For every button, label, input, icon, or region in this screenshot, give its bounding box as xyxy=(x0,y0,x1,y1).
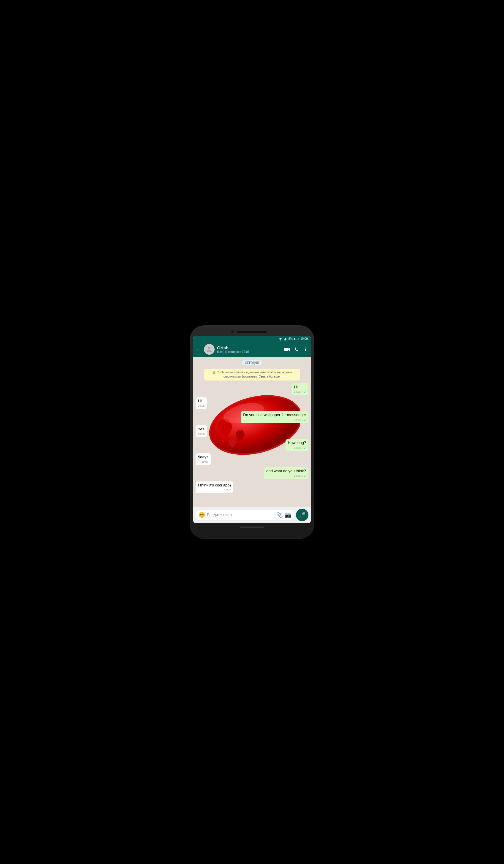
voice-call-icon[interactable] xyxy=(294,347,299,352)
bubble-out: How long? 19:06 ✓✓ xyxy=(286,439,308,451)
svg-rect-1 xyxy=(284,339,284,340)
check-marks: ✓✓ xyxy=(301,418,306,422)
message-text: I think it's cool app) xyxy=(198,483,231,487)
message-text: Do you use wallpaper for messenger xyxy=(243,412,306,417)
svg-rect-2 xyxy=(284,339,285,340)
message-row: How long? 19:06 ✓✓ xyxy=(196,439,308,451)
mic-icon: 🎤 xyxy=(299,512,305,518)
check-marks: ✓✓ xyxy=(301,474,306,478)
svg-rect-9 xyxy=(284,348,288,351)
wifi-icon xyxy=(278,337,283,340)
bubble-out: and what do you think? 19:06 ✓✓ xyxy=(264,467,308,479)
message-text: and what do you think? xyxy=(266,469,306,473)
signal-icon xyxy=(284,337,287,340)
bubble-meta: 19:06 ✓✓ xyxy=(288,446,306,450)
phone-bottom xyxy=(193,523,311,532)
bubble-in: 5days 19:06 xyxy=(196,453,211,465)
message-text: 5days xyxy=(198,455,208,459)
bubble-in: Hi 19:05 xyxy=(196,397,207,409)
input-bar: 😊 📎 📷 🎤 xyxy=(193,507,311,523)
contact-name: Grish xyxy=(217,345,282,350)
check-marks: ✓✓ xyxy=(301,446,306,450)
svg-point-8 xyxy=(208,347,211,349)
message-time: 19:06 xyxy=(202,460,208,464)
message-time: 19:05 xyxy=(294,390,301,394)
status-bar: 8% 19:09 xyxy=(193,336,311,342)
phone-device: 8% 19:09 ← Grish был(-а) с xyxy=(190,325,314,539)
message-row: I think it's cool app) 19:07 xyxy=(196,481,308,493)
message-text: Hi xyxy=(198,399,202,403)
message-row: Hi 19:05 ✓✓ xyxy=(196,383,308,395)
message-time: 19:07 xyxy=(224,489,231,492)
bubble-meta: 19:07 xyxy=(198,489,231,492)
video-call-icon[interactable] xyxy=(284,347,290,351)
bubble-meta: 19:05 ✓✓ xyxy=(243,418,306,422)
bubble-meta: 19:05 xyxy=(198,404,205,408)
message-input[interactable] xyxy=(207,513,275,517)
chat-content: СЕГОДНЯ 🔒 Сообщения и звонки в данном ча… xyxy=(196,359,308,494)
bubble-meta: 19:06 ✓✓ xyxy=(266,474,306,478)
message-row: and what do you think? 19:06 ✓✓ xyxy=(196,467,308,479)
status-time: 19:09 xyxy=(300,337,308,340)
svg-rect-3 xyxy=(285,338,286,340)
bubble-meta: 19:05 ✓✓ xyxy=(294,390,306,394)
contact-info: Grish был(-а) сегодня в 19:07 xyxy=(217,345,282,353)
home-bar xyxy=(240,527,264,528)
svg-point-11 xyxy=(305,349,306,350)
app-bar: ← Grish был(-а) сегодня в 19:07 xyxy=(193,342,311,357)
bubble-in: Yes 19:06 xyxy=(196,425,207,437)
back-button[interactable]: ← xyxy=(196,346,202,352)
message-text: How long? xyxy=(288,441,306,445)
emoji-button[interactable]: 😊 xyxy=(199,512,205,518)
bubble-meta: 19:06 xyxy=(198,432,205,436)
message-text: Yes xyxy=(198,427,204,431)
message-time: 19:06 xyxy=(294,446,301,450)
contact-status: был(-а) сегодня в 19:07 xyxy=(217,350,282,353)
message-time: 19:06 xyxy=(294,474,301,478)
svg-rect-6 xyxy=(294,338,295,339)
chat-area: СЕГОДНЯ 🔒 Сообщения и звонки в данном ча… xyxy=(193,357,311,507)
svg-point-0 xyxy=(280,339,280,340)
message-time: 19:05 xyxy=(294,419,301,422)
phone-speaker xyxy=(237,331,267,333)
message-row: Do you use wallpaper for messenger 19:05… xyxy=(196,411,308,423)
svg-rect-4 xyxy=(286,337,286,340)
bubble-out: Hi 19:05 ✓✓ xyxy=(291,383,308,395)
bubble-out: Do you use wallpaper for messenger 19:05… xyxy=(241,411,308,423)
avatar xyxy=(204,344,215,355)
battery-icon xyxy=(294,337,299,340)
menu-icon[interactable] xyxy=(303,347,308,352)
camera-button[interactable]: 📷 xyxy=(285,512,291,518)
message-row: Yes 19:06 xyxy=(196,425,308,437)
svg-rect-7 xyxy=(298,338,299,339)
message-row: 5days 19:06 xyxy=(196,453,308,465)
bubble-in: I think it's cool app) 19:07 xyxy=(196,481,233,493)
bubble-meta: 19:06 xyxy=(198,460,208,464)
message-row: Hi 19:05 xyxy=(196,397,308,409)
message-time: 19:05 xyxy=(198,404,205,408)
message-time: 19:06 xyxy=(198,432,205,436)
battery-text: 8% xyxy=(288,337,293,340)
svg-point-12 xyxy=(305,350,306,351)
input-field-wrap: 😊 📎 📷 xyxy=(196,510,294,520)
status-icons: 8% 19:09 xyxy=(278,337,308,340)
app-bar-actions xyxy=(284,347,308,352)
system-message: 🔒 Сообщения и звонки в данном чате тепер… xyxy=(204,369,300,381)
phone-screen: 8% 19:09 ← Grish был(-а) с xyxy=(193,336,311,523)
mic-button[interactable]: 🎤 xyxy=(296,509,308,521)
attachment-button[interactable]: 📎 xyxy=(276,512,283,518)
date-badge: СЕГОДНЯ xyxy=(242,360,262,365)
check-marks: ✓✓ xyxy=(301,390,306,394)
message-text: Hi xyxy=(294,385,297,389)
svg-point-10 xyxy=(305,348,306,348)
